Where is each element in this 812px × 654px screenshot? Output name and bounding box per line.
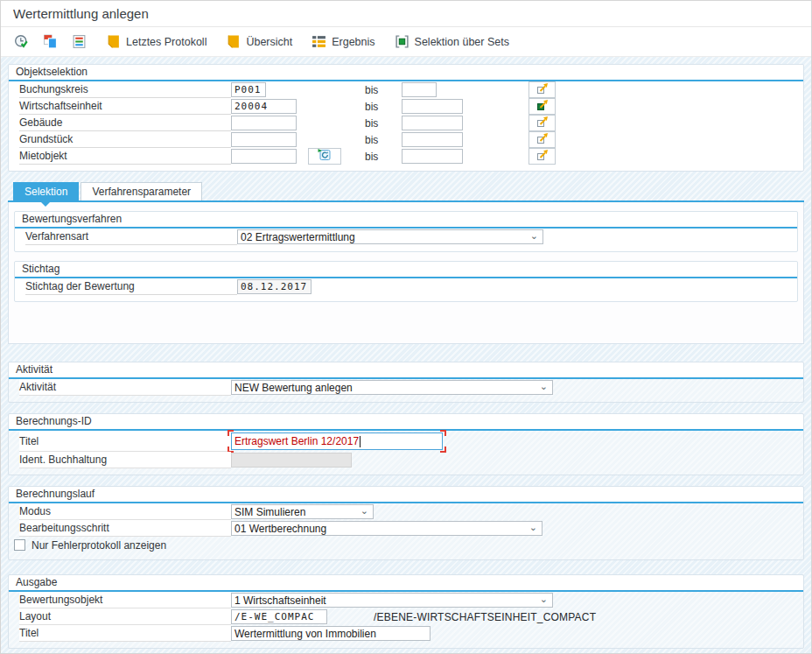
group-aktivitaet: Aktivität Aktivität NEW Bewertung anlege… [8,362,804,403]
gebaeude-input[interactable] [231,116,297,130]
text-cursor [360,436,360,447]
multi-selection-icon [536,115,550,131]
layout-input[interactable]: /E-WE_COMPAC [231,609,327,624]
page-title: Wertermittlung anlegen [13,6,149,21]
field-label: Gebäude [19,115,231,131]
colored-list-icon [72,34,87,49]
chevron-down-icon: ⌄ [529,523,537,532]
tab-verfahrensparameter[interactable]: Verfahrensparameter [80,182,202,200]
dropdown-value: 1 Wirtschaftseinheit [234,594,326,607]
ident-buchhaltung-input [231,453,352,468]
row-aktivitaet: Aktivität NEW Bewertung anlegen ⌄ [9,379,803,396]
bis-label: bis [365,117,378,130]
note-icon [106,34,121,49]
row-grundstueck: Grundstück bis [9,131,803,148]
group-title: Objektselektion [9,65,803,81]
ausgabe-titel-input[interactable]: Wertermittlung von Immobilien [231,626,430,641]
dropdown-value: NEW Bewertung anlegen [234,382,353,394]
verfahrensart-dropdown[interactable]: 02 Ertragswertermittlung ⌄ [237,229,543,244]
bewertungsobjekt-dropdown[interactable]: 1 Wirtschaftseinheit ⌄ [231,593,553,608]
dropdown-value: SIM Simulieren [234,506,305,518]
result-label: Ergebnis [332,36,374,48]
execute-button[interactable] [10,32,33,51]
row-mietobjekt: Mietobjekt bis [9,148,803,165]
chevron-down-icon: ⌄ [540,382,548,391]
buchungskreis-input[interactable]: P001 [231,82,266,97]
grundstueck-input[interactable] [231,132,297,147]
tab-selektion[interactable]: Selektion [13,182,79,200]
group-title: Bewertungsverfahren [15,212,797,229]
bearbeitungsschritt-dropdown[interactable]: 01 Wertberechnung ⌄ [231,521,542,536]
group-ausgabe: Ausgabe Bewertungsobjekt 1 Wirtschaftsei… [8,574,804,649]
aktivitaet-dropdown[interactable]: NEW Bewertung anlegen ⌄ [231,380,553,395]
last-protocol-button[interactable]: Letztes Protokoll [102,32,211,51]
field-label: Verfahrensart [25,229,237,245]
multi-selection-active-button[interactable] [528,98,556,115]
group-title: Aktivität [9,362,803,379]
bis-label: bis [365,84,378,96]
row-titel: Titel Ertragswert Berlin 12/2017 [9,431,803,452]
group-berechnungslauf: Berechnungslauf Modus SIM Simulieren ⌄ B… [8,486,804,560]
sap-window: Wertermittlung anlegen Letztes Protokoll [0,0,812,654]
chevron-down-icon: ⌄ [360,506,368,516]
buchungskreis-bis-input[interactable] [402,82,437,97]
multi-selection-active-icon [536,98,550,115]
layout-description: /EBENE-WIRTSCHAFTSEINHEIT_COMPACT [374,611,596,623]
overview-button[interactable]: Übersicht [221,32,297,51]
group-title: Ausgabe [9,575,803,592]
group-title: Berechnungs-ID [9,414,803,431]
multi-selection-button[interactable] [528,115,556,131]
row-modus: Modus SIM Simulieren ⌄ [9,503,803,520]
group-berechnungs-id: Berechnungs-ID Titel Ertragswert Berlin … [8,413,804,475]
gebaeude-bis-input[interactable] [402,116,463,130]
row-ident-buchhaltung: Ident. Buchhaltung [9,452,803,468]
wirtschaftseinheit-input[interactable]: 20004 [231,99,297,114]
grundstueck-bis-input[interactable] [402,132,463,147]
row-stichtag: Stichtag der Bewertung 08.12.2017 [15,278,797,295]
group-title: Berechnungslauf [9,487,803,503]
bis-label: bis [365,101,378,113]
field-label: Buchungskreis [19,81,231,98]
execute-clock-icon [14,34,29,49]
row-bewertungsobjekt: Bewertungsobjekt 1 Wirtschaftseinheit ⌄ [9,592,803,608]
bis-label: bis [365,134,378,146]
checkbox-label: Nur Fehlerprotokoll anzeigen [32,539,166,552]
field-label: Grundstück [19,131,231,148]
copy-button[interactable] [38,32,62,51]
mietobjekt-bis-input[interactable] [402,149,463,164]
stichtag-date-input[interactable]: 08.12.2017 [237,279,312,294]
modus-dropdown[interactable]: SIM Simulieren ⌄ [231,504,374,519]
group-objektselektion: Objektselektion Buchungskreis P001 bis W… [8,64,804,172]
multi-selection-button[interactable] [528,148,556,165]
multi-selection-button[interactable] [528,131,556,148]
titel-input-focused[interactable]: Ertragswert Berlin 12/2017 [231,432,443,450]
tab-strip: Selektion Verfahrensparameter [13,182,804,200]
field-label: Bearbeitungsschritt [19,520,231,537]
selection-via-sets-button[interactable]: Selektion über Sets [390,32,514,51]
row-gebaeude: Gebäude bis [9,115,803,131]
rental-object-refresh-icon [318,148,332,165]
multi-selection-button[interactable] [528,81,556,98]
row-layout: Layout /E-WE_COMPAC /EBENE-WIRTSCHAFTSEI… [9,608,803,625]
protocol-list-button[interactable] [67,32,91,51]
row-verfahrensart: Verfahrensart 02 Ertragswertermittlung ⌄ [15,229,797,245]
result-button[interactable]: Ergebnis [307,32,379,51]
screen-content: Objektselektion Buchungskreis P001 bis W… [1,57,811,654]
chevron-down-icon: ⌄ [540,594,548,604]
field-label: Titel [19,625,231,642]
sets-selection-icon [395,34,410,49]
row-buchungskreis: Buchungskreis P001 bis [9,81,803,98]
field-label: Wirtschaftseinheit [19,98,231,115]
group-stichtag: Stichtag Stichtag der Bewertung 08.12.20… [14,261,798,302]
dropdown-value: 02 Ertragswertermittlung [241,231,355,243]
wirtschaftseinheit-bis-input[interactable] [402,99,463,114]
mietobjekt-input[interactable] [231,149,297,164]
tab-panel-selektion: Bewertungsverfahren Verfahrensart 02 Ert… [8,202,804,344]
fehlerprotokoll-checkbox[interactable] [14,539,25,551]
result-grid-icon [312,34,326,49]
application-toolbar: Letztes Protokoll Übersicht Ergebnis Sel… [1,27,811,57]
bis-label: bis [365,151,378,163]
group-bewertungsverfahren: Bewertungsverfahren Verfahrensart 02 Ert… [14,211,798,252]
chevron-down-icon: ⌄ [530,231,538,241]
mietobjekt-selection-button[interactable] [308,148,341,165]
